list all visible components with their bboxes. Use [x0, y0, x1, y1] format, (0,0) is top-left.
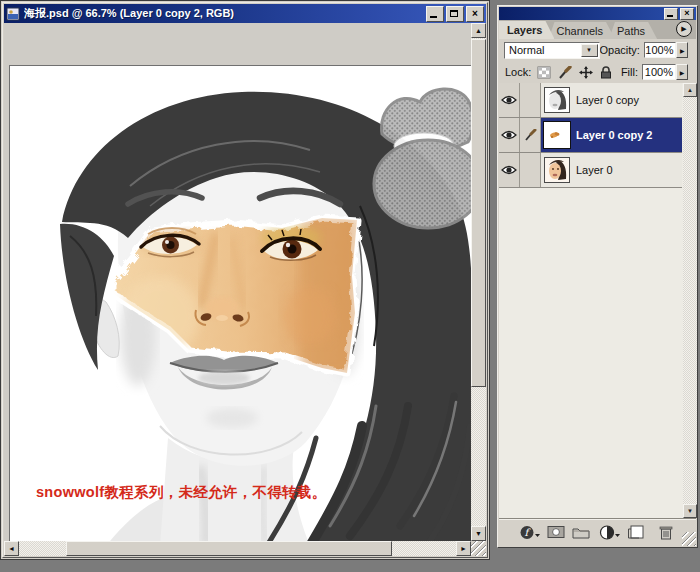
tab-layers[interactable]: Layers — [499, 21, 554, 39]
new-group-button[interactable] — [572, 525, 590, 539]
add-layer-mask-button[interactable] — [547, 525, 565, 539]
panel-minimize-button[interactable] — [664, 8, 678, 20]
panel-menu-arrow-icon: ▶ — [681, 25, 686, 33]
up-arrow-icon: ▲ — [687, 87, 693, 93]
layers-scroll-up-button[interactable]: ▲ — [683, 83, 697, 97]
panel-close-icon: × — [684, 9, 689, 18]
document-window-frame: 海报.psd @ 66.7% (Layer 0 copy 2, RGB) × — [2, 2, 488, 558]
layer-thumbnail[interactable] — [544, 122, 570, 148]
scroll-right-button[interactable]: ► — [456, 541, 471, 556]
opacity-arrow-icon: ▶ — [680, 47, 685, 54]
horizontal-scrollbar[interactable]: ◄ ► — [4, 541, 471, 556]
panel-tab-strip: Layers Channels Paths ▶ — [499, 20, 696, 39]
document-title: 海报.psd @ 66.7% (Layer 0 copy 2, RGB) — [24, 6, 424, 21]
scroll-down-button[interactable]: ▼ — [471, 526, 486, 541]
eye-icon — [501, 130, 517, 140]
tab-channels[interactable]: Channels — [548, 22, 614, 39]
layer-thumbnail[interactable] — [544, 87, 570, 113]
fill-label: Fill: — [621, 66, 638, 78]
scroll-left-button[interactable]: ◄ — [4, 541, 19, 556]
canvas[interactable]: snowwolf教程系列，未经允许，不得转载。 — [9, 65, 471, 541]
layer-name: Layer 0 — [576, 164, 613, 176]
dropdown-arrow-icon: ▼ — [586, 47, 592, 53]
maximize-icon — [450, 10, 458, 17]
tab-layers-label: Layers — [507, 24, 542, 36]
tab-paths[interactable]: Paths — [609, 22, 657, 39]
panel-bottom-bar: f — [499, 518, 696, 546]
panel-close-button[interactable]: × — [680, 8, 694, 20]
eye-icon — [501, 95, 517, 105]
opacity-label: Opacity: — [600, 44, 640, 56]
opacity-slider-button[interactable]: ▶ — [676, 42, 688, 58]
layers-scroll-down-button[interactable]: ▼ — [683, 504, 697, 518]
link-toggle[interactable] — [520, 153, 541, 187]
photoshop-workspace: { "window": { "title": "海报.psd @ 66.7% (… — [0, 0, 700, 572]
new-adjustment-layer-button[interactable] — [599, 525, 621, 540]
tab-channels-label: Channels — [556, 25, 602, 37]
layers-list: Layer 0 copy — [499, 83, 696, 518]
panel-minimize-icon — [667, 15, 673, 17]
document-pasteboard: snowwolf教程系列，未经允许，不得转载。 — [4, 23, 471, 541]
eye-icon — [501, 165, 517, 175]
layers-scrollbar[interactable]: ▲ ▼ — [683, 83, 697, 518]
minimize-icon — [430, 16, 437, 18]
document-window: 海报.psd @ 66.7% (Layer 0 copy 2, RGB) × — [0, 0, 490, 560]
down-arrow-icon: ▼ — [475, 530, 482, 537]
panel-titlebar[interactable]: × — [499, 7, 696, 20]
lock-paint-brush-icon[interactable] — [558, 66, 572, 79]
document-titlebar[interactable]: 海报.psd @ 66.7% (Layer 0 copy 2, RGB) × — [4, 4, 486, 23]
watermark-text: snowwolf教程系列，未经允许，不得转载。 — [36, 484, 326, 500]
paint-brush-icon — [524, 129, 537, 142]
fill-arrow-icon: ▶ — [680, 69, 685, 76]
panel-controls: Normal ▼ Opacity: 100% ▶ Lock: — [499, 39, 696, 83]
visibility-toggle[interactable] — [499, 83, 520, 117]
left-arrow-icon: ◄ — [8, 545, 15, 552]
lock-options — [537, 66, 612, 79]
add-layer-style-button[interactable]: f — [519, 525, 541, 540]
down-arrow-icon: ▼ — [687, 508, 693, 514]
minimize-button[interactable] — [426, 6, 444, 22]
close-button[interactable]: × — [466, 6, 484, 22]
active-layer-brush[interactable] — [520, 118, 541, 152]
opacity-value[interactable]: 100% — [644, 42, 677, 58]
layers-panel: × Layers Channels Paths ▶ Normal ▼ Opaci… — [497, 5, 698, 548]
right-arrow-icon: ► — [460, 545, 467, 552]
fill-value[interactable]: 100% — [642, 64, 676, 80]
window-resize-grip[interactable] — [471, 541, 486, 556]
layer-row-layer-0-copy-2[interactable]: Layer 0 copy 2 — [499, 118, 682, 153]
maximize-button[interactable] — [446, 6, 464, 22]
blend-mode-dropdown-button[interactable]: ▼ — [581, 44, 598, 57]
visibility-toggle[interactable] — [499, 153, 520, 187]
visibility-toggle[interactable] — [499, 118, 520, 152]
lock-label: Lock: — [505, 66, 531, 78]
lock-all-icon[interactable] — [600, 66, 612, 79]
panel-resize-grip[interactable] — [682, 532, 696, 546]
tab-paths-label: Paths — [617, 25, 645, 37]
layer-name: Layer 0 copy — [576, 94, 639, 106]
canvas-artwork: snowwolf教程系列，未经允许，不得转载。 — [10, 66, 471, 541]
layer-row-layer-0[interactable]: Layer 0 — [499, 153, 682, 188]
vertical-scrollbar-thumb[interactable] — [471, 39, 486, 387]
delete-layer-button[interactable] — [659, 525, 673, 540]
panel-menu-button[interactable]: ▶ — [676, 21, 692, 37]
halftone-lips-art — [374, 89, 471, 228]
horizontal-scrollbar-thumb[interactable] — [66, 541, 392, 556]
new-layer-button[interactable] — [628, 525, 644, 539]
layer-name: Layer 0 copy 2 — [576, 129, 652, 141]
blend-mode-value: Normal — [509, 44, 544, 56]
up-arrow-icon: ▲ — [475, 27, 482, 34]
document-icon — [6, 7, 20, 21]
scroll-up-button[interactable]: ▲ — [471, 23, 486, 38]
lock-transparency-icon[interactable] — [537, 66, 551, 79]
layer-row-layer-0-copy[interactable]: Layer 0 copy — [499, 83, 682, 118]
lock-move-icon[interactable] — [579, 66, 593, 79]
blend-mode-select[interactable]: Normal ▼ — [504, 42, 600, 59]
close-icon: × — [472, 9, 478, 19]
layer-thumbnail[interactable] — [544, 157, 570, 183]
link-toggle[interactable] — [520, 83, 541, 117]
fill-slider-button[interactable]: ▶ — [676, 64, 688, 80]
vertical-scrollbar[interactable]: ▲ ▼ — [471, 23, 486, 541]
